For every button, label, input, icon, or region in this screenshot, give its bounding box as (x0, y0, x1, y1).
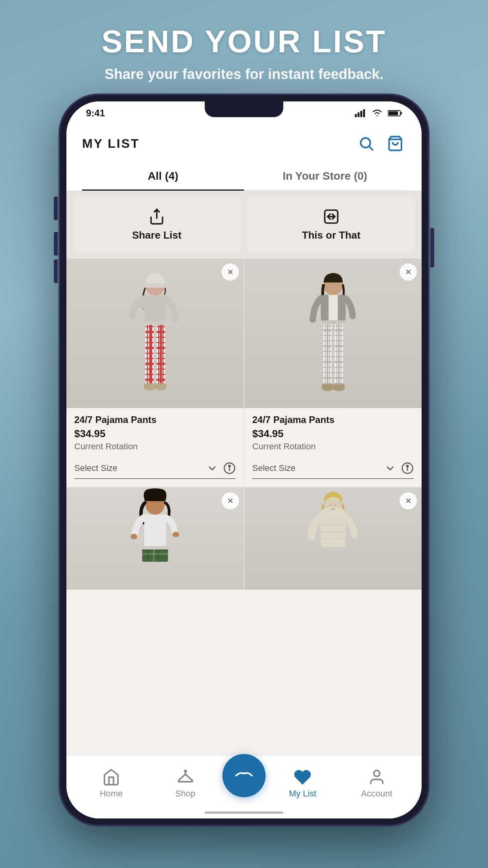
product-price-1: $34.95 (74, 428, 236, 440)
product-name-1: 24/7 Pajama Pants (74, 414, 236, 425)
this-or-that-button[interactable]: This or That (247, 197, 415, 252)
nav-account[interactable]: Account (340, 768, 414, 799)
share-icon (148, 208, 165, 225)
nav-home[interactable]: Home (74, 768, 149, 799)
product-image-2: ✕ (244, 259, 422, 408)
size-info-icon-1[interactable] (223, 462, 236, 474)
page-bg-subtitle: Share your favorites for instant feedbac… (101, 66, 387, 83)
product-price-2: $34.95 (252, 428, 414, 440)
svg-rect-56 (328, 295, 338, 322)
product-card-3: ✕ (66, 487, 244, 590)
svg-rect-1 (358, 112, 360, 117)
remove-product-2[interactable]: ✕ (400, 263, 417, 281)
product-card-4: ✕ (244, 487, 422, 590)
product-grid: ✕ 24/7 Pajama Pants $34.95 Current Rotat… (66, 259, 422, 590)
page-bg-title: SEND YOUR LIST (101, 24, 387, 60)
app-header: MY LIST (66, 125, 422, 191)
svg-rect-0 (355, 114, 357, 117)
chevron-down-icon-1 (206, 462, 218, 474)
product-image-1: ✕ (66, 259, 244, 408)
svg-point-7 (361, 138, 371, 148)
product-subtitle-2: Current Rotation (252, 441, 414, 452)
svg-rect-99 (142, 548, 168, 562)
home-icon (102, 768, 120, 786)
svg-point-116 (185, 770, 186, 772)
phone-shell: 9:41 (59, 94, 429, 826)
size-placeholder-2: Select Size (252, 463, 295, 473)
phone-screen: 9:41 (66, 101, 422, 818)
svg-rect-45 (145, 322, 166, 325)
nav-shop[interactable]: Shop (149, 768, 223, 799)
svg-point-108 (172, 532, 179, 537)
heart-icon (294, 768, 312, 786)
size-info-icon-2[interactable] (401, 462, 414, 474)
app-title: MY LIST (82, 136, 140, 151)
remove-product-1[interactable]: ✕ (222, 263, 239, 281)
product-info-2: 24/7 Pajama Pants $34.95 Current Rotatio… (244, 408, 422, 452)
share-list-button[interactable]: Share List (73, 197, 241, 252)
battery-icon (388, 110, 402, 117)
svg-rect-13 (144, 283, 167, 288)
product-image-3: ✕ (66, 487, 244, 590)
chevron-down-icon-2 (384, 462, 396, 474)
tabs: All (4) In Your Store (0) (82, 162, 406, 191)
product-card-1: ✕ 24/7 Pajama Pants $34.95 Current Rotat… (66, 259, 244, 487)
header-icons (356, 133, 406, 154)
product-image-4: ✕ (244, 487, 422, 590)
svg-rect-2 (360, 111, 362, 117)
svg-point-117 (374, 770, 380, 776)
home-indicator (205, 811, 283, 814)
size-placeholder-1: Select Size (74, 463, 117, 473)
size-selector-1[interactable]: Select Size (74, 458, 236, 479)
phone-notch (205, 101, 283, 117)
svg-point-114 (329, 504, 331, 506)
svg-rect-98 (144, 515, 166, 549)
model-figure-3 (121, 487, 189, 590)
size-selector-2[interactable]: Select Size (252, 458, 414, 479)
signal-icon (355, 109, 367, 117)
product-subtitle-1: Current Rotation (74, 441, 236, 452)
svg-rect-47 (144, 383, 155, 389)
page-header: SEND YOUR LIST Share your favorites for … (86, 0, 402, 94)
remove-product-3[interactable]: ✕ (222, 492, 239, 509)
tab-in-store[interactable]: In Your Store (0) (244, 162, 406, 190)
svg-rect-6 (389, 111, 398, 115)
svg-rect-5 (401, 112, 402, 114)
svg-point-51 (229, 465, 230, 467)
app-content: Share List This or That (66, 191, 422, 756)
person-icon (368, 768, 386, 786)
svg-rect-14 (145, 296, 166, 324)
bottom-nav: Home Shop (66, 756, 422, 818)
svg-rect-3 (363, 109, 365, 117)
status-time: 9:41 (86, 108, 105, 119)
bird-icon (232, 764, 256, 787)
search-icon-btn[interactable] (356, 133, 377, 154)
svg-rect-93 (333, 384, 345, 390)
hanger-icon (176, 768, 194, 786)
nav-my-list[interactable]: My List (266, 768, 340, 799)
product-info-1: 24/7 Pajama Pants $34.95 Current Rotatio… (66, 408, 244, 452)
svg-line-8 (369, 147, 373, 151)
product-card-2: ✕ 24/7 Pajama Pants $34.95 Current Rotat… (244, 259, 422, 487)
nav-center-hollister[interactable] (222, 754, 266, 797)
bag-icon-btn[interactable] (385, 133, 406, 154)
svg-rect-106 (141, 546, 169, 550)
model-figure-2 (298, 267, 369, 408)
swap-icon (323, 208, 340, 225)
model-figure-1 (120, 267, 191, 408)
svg-rect-49 (155, 383, 167, 389)
svg-rect-91 (322, 384, 333, 390)
tab-all[interactable]: All (4) (82, 162, 244, 190)
app-header-top: MY LIST (82, 133, 406, 162)
wifi-icon (371, 109, 383, 117)
svg-rect-89 (323, 320, 344, 324)
svg-point-95 (407, 465, 408, 467)
svg-point-107 (130, 534, 137, 539)
model-figure-4 (299, 487, 367, 590)
remove-product-4[interactable]: ✕ (400, 492, 417, 509)
product-name-2: 24/7 Pajama Pants (252, 414, 414, 425)
svg-point-115 (335, 504, 337, 506)
action-buttons-row: Share List This or That (66, 191, 422, 259)
